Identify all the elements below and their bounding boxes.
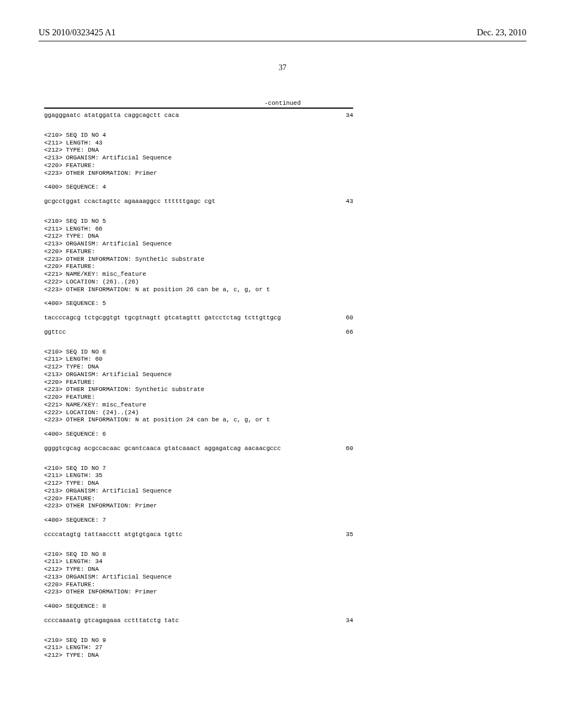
sequence-text: gcgcctggat ccactagttc agaaaaggcc ttttttg… (44, 198, 215, 206)
meta-line: <213> ORGANISM: Artificial Sequence (44, 488, 353, 495)
meta-line: <223> OTHER INFORMATION: N at position 2… (44, 416, 353, 424)
meta-line: <211> LENGTH: 60 (44, 356, 353, 363)
publication-number: US 2010/0323425 A1 (39, 28, 116, 38)
meta-line: <221> NAME/KEY: misc_feature (44, 402, 353, 409)
meta-line: <210> SEQ ID NO 8 (44, 551, 353, 559)
meta-line: <220> FEATURE: (44, 162, 353, 170)
meta-line: <400> SEQUENCE: 5 (44, 300, 353, 308)
meta-line: <210> SEQ ID NO 6 (44, 349, 353, 356)
spacer (44, 453, 353, 465)
sequence-position: 34 (346, 617, 353, 625)
meta-line: <222> LOCATION: (26)..(26) (44, 279, 353, 286)
spacer (44, 424, 353, 431)
sequence-position: 43 (346, 198, 353, 206)
page-number: 37 (39, 63, 526, 72)
meta-line: <222> LOCATION: (24)..(24) (44, 409, 353, 417)
meta-line: <210> SEQ ID NO 7 (44, 465, 353, 473)
meta-line: <210> SEQ ID NO 5 (44, 218, 353, 226)
meta-line: <211> LENGTH: 34 (44, 558, 353, 566)
meta-line: <212> TYPE: DNA (44, 233, 353, 240)
meta-line: <210> SEQ ID NO 4 (44, 132, 353, 140)
spacer (44, 177, 353, 184)
meta-line: <223> OTHER INFORMATION: Synthetic subst… (44, 256, 353, 264)
sequence-line: ggagggaatc atatggatta caggcagctt caca34 (44, 112, 353, 120)
meta-line: <211> LENGTH: 43 (44, 140, 353, 147)
meta-line: <213> ORGANISM: Artificial Sequence (44, 574, 353, 581)
meta-line: <220> FEATURE: (44, 581, 353, 589)
meta-line: <211> LENGTH: 27 (44, 644, 353, 652)
meta-line: <223> OTHER INFORMATION: Primer (44, 170, 353, 178)
page-header: US 2010/0323425 A1 Dec. 23, 2010 (39, 28, 526, 38)
meta-line: <400> SEQUENCE: 4 (44, 184, 353, 191)
sequence-line: taccccagcg tctgcggtgt tgcgtnagtt gtcatag… (44, 314, 353, 322)
spacer (44, 625, 353, 637)
listing-top-rule (44, 108, 353, 109)
meta-line: <212> TYPE: DNA (44, 147, 353, 154)
sequence-line: ggttcc66 (44, 329, 353, 336)
meta-line: <213> ORGANISM: Artificial Sequence (44, 154, 353, 162)
spacer (44, 322, 353, 329)
sequence-text: ggagggaatc atatggatta caggcagctt caca (44, 112, 179, 120)
page: US 2010/0323425 A1 Dec. 23, 2010 37 -con… (0, 0, 565, 682)
meta-line: <212> TYPE: DNA (44, 566, 353, 574)
continued-label: -continued (39, 100, 526, 106)
meta-line: <223> OTHER INFORMATION: N at position 2… (44, 286, 353, 294)
meta-line: <210> SEQ ID NO 9 (44, 637, 353, 645)
spacer (44, 206, 353, 218)
spacer (44, 524, 353, 531)
meta-line: <211> LENGTH: 35 (44, 472, 353, 480)
spacer (44, 120, 353, 132)
meta-line: <223> OTHER INFORMATION: Primer (44, 588, 353, 596)
meta-line: <211> LENGTH: 66 (44, 226, 353, 233)
sequence-line: gcgcctggat ccactagttc agaaaaggcc ttttttg… (44, 198, 353, 206)
spacer (44, 438, 353, 445)
meta-line: <221> NAME/KEY: misc_feature (44, 271, 353, 279)
sequence-text: ccccaaaatg gtcagagaaa cctttatctg tatc (44, 617, 179, 625)
spacer (44, 510, 353, 517)
sequence-text: taccccagcg tctgcggtgt tgcgtnagtt gtcatag… (44, 314, 281, 322)
spacer (44, 336, 353, 349)
meta-line: <213> ORGANISM: Artificial Sequence (44, 371, 353, 379)
sequence-position: 60 (346, 314, 353, 322)
sequence-position: 34 (346, 112, 353, 120)
meta-line: <400> SEQUENCE: 6 (44, 431, 353, 438)
meta-line: <212> TYPE: DNA (44, 652, 353, 660)
spacer (44, 191, 353, 198)
spacer (44, 596, 353, 603)
spacer (44, 539, 353, 551)
meta-line: <220> FEATURE: (44, 379, 353, 387)
sequence-listing: ggagggaatc atatggatta caggcagctt caca34<… (44, 112, 353, 660)
spacer (44, 611, 353, 617)
meta-line: <220> FEATURE: (44, 263, 353, 271)
meta-line: <213> ORGANISM: Artificial Sequence (44, 240, 353, 248)
sequence-text: ccccatagtg tattaacctt atgtgtgaca tgttc (44, 531, 183, 539)
meta-line: <223> OTHER INFORMATION: Primer (44, 502, 353, 510)
meta-line: <220> FEATURE: (44, 495, 353, 503)
sequence-line: ccccaaaatg gtcagagaaa cctttatctg tatc34 (44, 617, 353, 625)
sequence-position: 35 (346, 531, 353, 539)
spacer (44, 308, 353, 314)
meta-line: <220> FEATURE: (44, 394, 353, 402)
sequence-text: ggggtcgcag acgccacaac gcantcaaca gtatcaa… (44, 445, 281, 453)
header-rule (39, 41, 526, 41)
sequence-text: ggttcc (44, 329, 66, 336)
sequence-position: 60 (346, 445, 353, 453)
spacer (44, 293, 353, 300)
sequence-line: ccccatagtg tattaacctt atgtgtgaca tgttc35 (44, 531, 353, 539)
publication-date: Dec. 23, 2010 (477, 28, 526, 38)
meta-line: <212> TYPE: DNA (44, 480, 353, 488)
sequence-line: ggggtcgcag acgccacaac gcantcaaca gtatcaa… (44, 445, 353, 453)
meta-line: <212> TYPE: DNA (44, 363, 353, 371)
meta-line: <400> SEQUENCE: 7 (44, 517, 353, 524)
sequence-position: 66 (346, 329, 353, 336)
meta-line: <223> OTHER INFORMATION: Synthetic subst… (44, 386, 353, 394)
meta-line: <220> FEATURE: (44, 248, 353, 256)
meta-line: <400> SEQUENCE: 8 (44, 603, 353, 611)
